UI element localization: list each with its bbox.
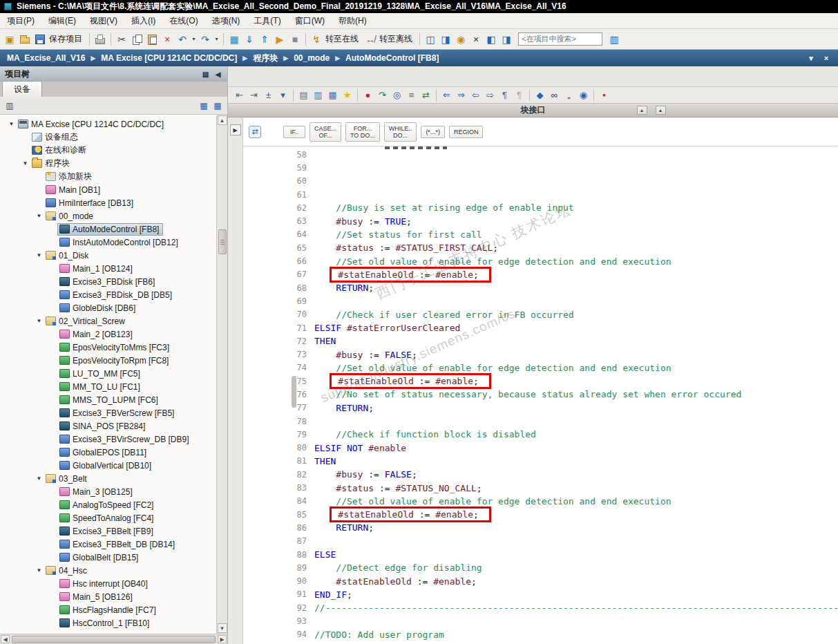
code-text[interactable]: THEN	[314, 336, 838, 346]
hscroll-thumb[interactable]	[12, 636, 216, 643]
menu-item[interactable]: 插入(I)	[124, 13, 162, 29]
show-hidden-lines-icon[interactable]: ≡	[405, 88, 418, 102]
code-text[interactable]: #busy := TRUE;	[314, 216, 838, 227]
code-text[interactable]: //Set old value of enable for edge detec…	[314, 363, 838, 373]
code-text[interactable]: RETURN;	[314, 403, 838, 413]
stop-cpu-icon[interactable]: ■	[288, 32, 302, 46]
go-to-definition-icon[interactable]: ↷	[376, 88, 389, 102]
interface-expand-icon[interactable]: ▲	[637, 106, 647, 115]
go-online-icon[interactable]: ↯	[310, 32, 323, 46]
code-text[interactable]: #busy := FALSE;	[314, 469, 838, 480]
tree-item[interactable]: Main [OB1]	[0, 183, 216, 196]
tree-item[interactable]: HscFlagsHandle [FC7]	[0, 603, 216, 616]
tree-item[interactable]: Hsc interrupt [OB40]	[0, 577, 216, 590]
panel-collapse-icon[interactable]: ◀	[213, 70, 222, 79]
uncomment-lines-icon[interactable]: ¶	[513, 88, 526, 102]
tree-expand-icon[interactable]: ▼	[35, 475, 44, 482]
snippet-button[interactable]: IF..	[283, 126, 305, 138]
tree-item[interactable]: AnalogToSpeed [FC2]	[0, 498, 216, 511]
refresh-icon[interactable]: ◎	[390, 88, 403, 102]
keep-layout-icon[interactable]: ⇤	[233, 88, 246, 102]
tree-item[interactable]: SINA_POS [FB284]	[0, 419, 216, 433]
tree-expand-icon[interactable]: ▼	[35, 567, 44, 574]
interface-collapse-icon[interactable]: ▲	[656, 106, 666, 115]
code-text[interactable]: //Busy is set at rising edge of enable i…	[314, 202, 838, 213]
start-simulation-icon[interactable]: ◨	[439, 32, 453, 46]
monitoring-glasses-icon[interactable]: ∞	[548, 88, 561, 102]
undo-dropdown-icon[interactable]: ▾	[191, 32, 197, 46]
tree-item[interactable]: Main_5 [OB126]	[0, 590, 216, 603]
tree-item[interactable]: ▼01_Disk	[0, 249, 216, 262]
tree-item[interactable]: ▼MA Excise [CPU 1214C DC/DC/DC]	[0, 117, 216, 131]
code-text[interactable]: //--------------------------------------…	[314, 603, 838, 613]
code-text[interactable]: #status := #STATUS_FIRST_CALL;	[314, 243, 838, 253]
absolute-operands-icon[interactable]: ⇄	[419, 88, 432, 102]
tree-item[interactable]: ▼02_Virtical_Screw	[0, 314, 216, 328]
tree-item[interactable]: Main_3 [OB125]	[0, 485, 216, 498]
comment-lines-icon[interactable]: ¶	[498, 88, 511, 102]
menu-item[interactable]: 编辑(E)	[41, 13, 83, 29]
undo-icon[interactable]: ↶	[175, 32, 189, 46]
code-text[interactable]: //Check if function block is disabled	[314, 429, 838, 439]
breadcrumb-item[interactable]: AutoModeControl [FB8]	[345, 53, 439, 63]
paste-icon[interactable]	[145, 32, 159, 46]
new-project-icon[interactable]: ▣	[3, 32, 17, 46]
cancel-icon[interactable]: ×	[469, 32, 483, 46]
editor-scroll-thumb[interactable]	[292, 376, 296, 408]
code-text[interactable]: #statEnableOld := #enable;	[314, 576, 838, 587]
tree-item[interactable]: GlobleDisk [DB6]	[0, 301, 216, 314]
editor-minimize-icon[interactable]: ▾	[806, 53, 816, 63]
tree-item[interactable]: LU_TO_MM [FC5]	[0, 367, 216, 380]
tree-expand-icon[interactable]: ▼	[7, 121, 16, 127]
code-text[interactable]: #status := #STATUS_NO_CALL;	[314, 483, 838, 493]
scroll-right-icon[interactable]: ▶	[218, 635, 227, 643]
code-area[interactable]: 5859606162 //Busy is set at rising edge …	[243, 146, 838, 644]
go-online-label[interactable]: 转至在线	[325, 33, 359, 45]
code-text[interactable]: END_IF;	[314, 589, 838, 600]
open-project-icon[interactable]	[18, 32, 32, 46]
upload-from-device-icon[interactable]: ⇑	[258, 32, 272, 46]
snapshot-icon[interactable]: ▦	[326, 88, 339, 102]
code-text[interactable]: RETURN;	[314, 283, 838, 293]
overview-view-icon[interactable]: ▦	[212, 100, 223, 111]
tree-item[interactable]: Excise3_FBDisk [FB6]	[0, 275, 216, 288]
tree-item[interactable]: Excise3_FBBelt [FB9]	[0, 524, 216, 538]
print-icon[interactable]	[93, 32, 107, 46]
tree-item[interactable]: ▼03_Belt	[0, 472, 216, 485]
menu-item[interactable]: 帮助(H)	[332, 13, 374, 29]
menu-item[interactable]: 在线(O)	[162, 13, 204, 29]
tree-item[interactable]: Excise3_FBDisk_DB [DB5]	[0, 288, 216, 301]
scroll-down-icon[interactable]: ▼	[218, 623, 227, 633]
tree-expand-icon[interactable]: ▼	[35, 213, 44, 219]
code-text[interactable]: //TODO: Add user program	[314, 629, 838, 640]
tree-item[interactable]: 在线和诊断	[0, 144, 216, 157]
menu-item[interactable]: 视图(V)	[83, 13, 124, 29]
tree-item[interactable]: 添加新块	[0, 170, 216, 183]
tree-item[interactable]: GlobalEPOS [DB11]	[0, 446, 216, 459]
download-to-device-icon[interactable]: ⇓	[242, 32, 256, 46]
favorites-star-icon[interactable]: ★	[341, 88, 354, 102]
tree-item[interactable]: MM_TO_LU [FC1]	[0, 380, 216, 393]
code-text[interactable]: //Set old value of enable for edge detec…	[314, 496, 838, 506]
breadcrumb-item[interactable]: 00_mode	[294, 53, 330, 63]
tree-item[interactable]: Main_1 [OB124]	[0, 262, 216, 275]
menu-item[interactable]: 项目(P)	[0, 13, 41, 29]
sidebar-expand-icon[interactable]: ▶	[230, 124, 241, 135]
menu-item[interactable]: 工具(T)	[247, 13, 287, 29]
breadcrumb-item[interactable]: MA Excise [CPU 1214C DC/DC/DC]	[101, 53, 237, 63]
tree-item[interactable]: EposVelocityToRpm [FC8]	[0, 354, 216, 367]
bookmark-icon[interactable]: ◆	[533, 88, 546, 102]
snippet-button[interactable]: FOR...TO DO...	[345, 122, 380, 142]
save-project-label[interactable]: 保存项目	[49, 33, 82, 45]
tab-devices[interactable]: 设备	[2, 81, 42, 97]
go-offline-label[interactable]: 转至离线	[379, 33, 412, 45]
format-code-icon[interactable]: ⇨	[484, 88, 497, 102]
tree-expand-icon[interactable]: ▼	[35, 252, 44, 258]
tree-item[interactable]: Main_2 [OB123]	[0, 328, 216, 341]
indent-right-icon[interactable]: ⇒	[455, 88, 468, 102]
snippet-button[interactable]: WHILE..DO...	[384, 122, 417, 142]
indent-left-icon[interactable]: ⇐	[440, 88, 453, 102]
tree-item[interactable]: InstAutoModeControl [DB12]	[0, 236, 216, 249]
code-text[interactable]: //Detect edge for disabling	[314, 562, 838, 573]
tree-item[interactable]: ▼04_Hsc	[0, 564, 216, 577]
